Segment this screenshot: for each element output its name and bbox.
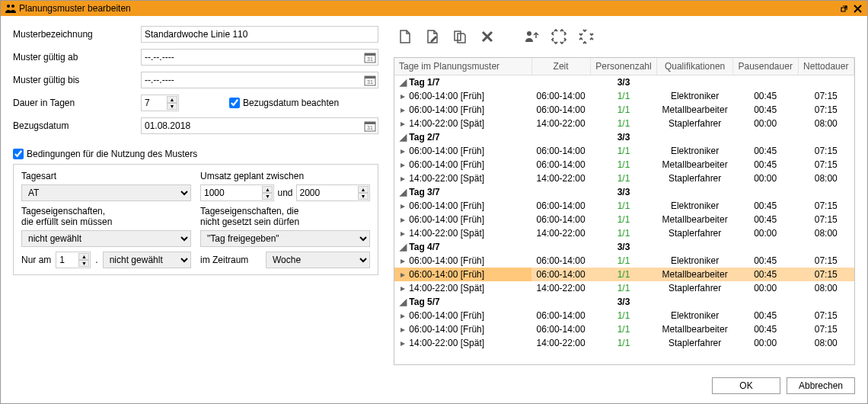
grid[interactable]: Tage im PlanungsmusterZeitPersonenzahlQu… [394,57,855,365]
table-row[interactable]: ▸ 06:00-14:00 [Früh]06:00-14:001/1Elektr… [394,254,854,268]
expand-icon[interactable]: ▸ [399,173,407,184]
collapse-icon[interactable]: ◢ [399,242,407,252]
titlebar: Planungsmuster bearbeiten [1,1,867,16]
collapse-icon[interactable]: ◢ [399,132,407,143]
expand-icon[interactable]: ▸ [399,200,407,211]
input-refdate[interactable] [141,117,378,134]
column-header[interactable]: Personenzahl [590,58,657,75]
spin-down-icon[interactable]: ▼ [78,260,89,267]
people-icon [5,4,16,13]
svg-rect-6 [365,76,375,79]
select-zeitraum[interactable]: Woche [266,252,370,268]
svg-point-1 [11,5,14,8]
expand-icon[interactable]: ▸ [399,104,407,115]
table-row[interactable]: ▸ 14:00-22:00 [Spät]14:00-22:001/1Staple… [394,336,854,350]
column-header[interactable]: Tage im Planungsmuster [394,58,531,75]
expand-icon[interactable]: ▸ [399,159,407,170]
expand-icon[interactable]: ▸ [399,146,407,156]
expand-icon[interactable]: ▸ [399,324,407,335]
input-valid-to[interactable] [141,72,378,88]
assign-people-icon[interactable] [523,28,540,45]
edit-icon[interactable] [424,28,441,45]
checkbox-refdate[interactable] [229,98,240,108]
table-row[interactable]: ◢ Tag 2/73/3 [394,130,854,144]
label-nur-am: Nur am [21,255,51,265]
expand-all-icon[interactable] [550,28,567,45]
table-row[interactable]: ▸ 06:00-14:00 [Früh]06:00-14:001/1Metall… [394,322,854,336]
table-row[interactable]: ▸ 06:00-14:00 [Früh]06:00-14:001/1Metall… [394,158,854,172]
expand-icon[interactable]: ▸ [399,91,407,101]
collapse-all-icon[interactable] [578,28,595,45]
grid-pane: Tage im PlanungsmusterZeitPersonenzahlQu… [394,25,855,365]
spin-up-icon[interactable]: ▲ [78,253,89,260]
calendar-icon[interactable]: 31 [364,120,376,132]
detach-icon[interactable] [838,3,849,14]
svg-text:31: 31 [367,79,373,85]
label-umsatz: Umsatz geplant zwischen [200,171,370,181]
expand-icon[interactable]: ▸ [399,338,407,348]
column-header[interactable]: Zeit [531,58,590,75]
table-row[interactable]: ▸ 14:00-22:00 [Spät]14:00-22:001/1Staple… [394,226,854,240]
select-props-mustnot[interactable]: "Tag freigegeben" [200,230,370,247]
table-row[interactable]: ◢ Tag 4/73/3 [394,240,854,254]
select-props-must[interactable]: nicht gewählt [21,230,191,247]
table-row[interactable]: ▸ 06:00-14:00 [Früh]06:00-14:001/1Metall… [394,213,854,226]
label-conditions: Bedingungen für die Nutzung des Musters [27,149,197,159]
spin-up-icon[interactable]: ▲ [262,186,273,193]
table-row[interactable]: ▸ 06:00-14:00 [Früh]06:00-14:001/1Elektr… [394,309,854,322]
table-row[interactable]: ◢ Tag 3/73/3 [394,185,854,199]
spin-up-icon[interactable]: ▲ [167,96,177,103]
input-name[interactable] [141,26,378,43]
expand-icon[interactable]: ▸ [399,118,407,129]
table-row[interactable]: ▸ 06:00-14:00 [Früh]06:00-14:001/1Metall… [394,268,854,281]
svg-rect-9 [365,122,375,124]
label-valid-from: Muster gültig ab [13,52,135,63]
spin-up-icon[interactable]: ▲ [358,186,369,193]
table-row[interactable]: ▸ 14:00-22:00 [Spät]14:00-22:001/1Staple… [394,172,854,185]
ok-button[interactable]: OK [712,377,780,394]
expand-icon[interactable]: ▸ [399,269,407,280]
collapse-icon[interactable]: ◢ [399,297,407,307]
input-valid-from[interactable] [141,49,378,66]
label-props-mustnot: Tageseigenschaften, dienicht gesetzt sei… [200,206,370,227]
table-row[interactable]: ▸ 06:00-14:00 [Früh]06:00-14:001/1Elektr… [394,144,854,158]
expand-icon[interactable]: ▸ [399,283,407,293]
footer: OK Abbrechen [1,371,867,403]
table-row[interactable]: ▸ 06:00-14:00 [Früh]06:00-14:001/1Metall… [394,103,854,117]
select-nur-am[interactable]: nicht gewählt [103,252,191,268]
column-header[interactable]: Qualifikationen [657,58,733,75]
collapse-icon[interactable]: ◢ [399,187,407,197]
close-icon[interactable] [852,3,863,14]
label-props-must: Tageseigenschaften,die erfüllt sein müss… [21,206,191,227]
label-und: und [277,188,292,198]
expand-icon[interactable]: ▸ [399,214,407,225]
spin-down-icon[interactable]: ▼ [262,193,273,200]
select-tagesart[interactable]: AT [21,184,191,201]
column-header[interactable]: Nettodauer [798,58,854,75]
column-header[interactable]: Pausendauer [732,58,798,75]
label-valid-to: Muster gültig bis [13,75,135,85]
expand-icon[interactable]: ▸ [399,228,407,239]
expand-icon[interactable]: ▸ [399,255,407,266]
checkbox-conditions[interactable] [13,149,24,159]
svg-rect-3 [365,53,375,56]
expand-icon[interactable]: ▸ [399,310,407,321]
table-row[interactable]: ▸ 06:00-14:00 [Früh]06:00-14:001/1Elektr… [394,199,854,213]
calendar-icon[interactable]: 31 [364,51,376,63]
delete-icon[interactable] [479,28,496,45]
table-row[interactable]: ▸ 06:00-14:00 [Früh]06:00-14:001/1Elektr… [394,89,854,103]
spin-down-icon[interactable]: ▼ [358,193,369,200]
table-row[interactable]: ▸ 14:00-22:00 [Spät]14:00-22:001/1Staple… [394,281,854,295]
label-dot: . [95,255,97,265]
cancel-button[interactable]: Abbrechen [787,377,855,394]
collapse-icon[interactable]: ◢ [399,77,407,88]
spin-down-icon[interactable]: ▼ [167,103,177,110]
copy-icon[interactable] [452,28,468,45]
new-icon[interactable] [397,28,413,45]
table-row[interactable]: ◢ Tag 5/73/3 [394,295,854,309]
table-row[interactable]: ◢ Tag 1/73/3 [394,75,854,90]
table-row[interactable]: ▸ 14:00-22:00 [Spät]14:00-22:001/1Staple… [394,117,854,130]
label-tagesart: Tagesart [21,171,191,181]
window: Planungsmuster bearbeiten Musterbezeichn… [0,0,868,404]
calendar-icon[interactable]: 31 [364,74,376,86]
